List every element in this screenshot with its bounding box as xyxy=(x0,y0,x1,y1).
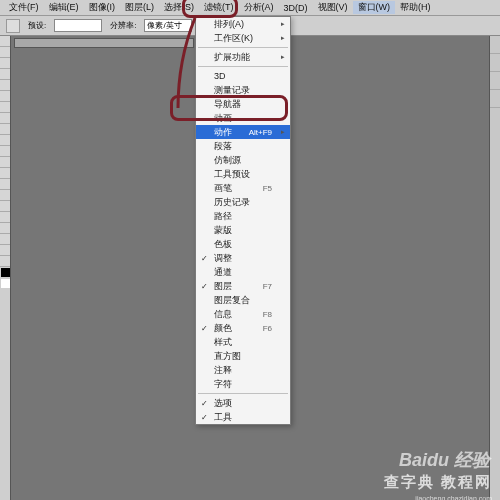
window-menu-dropdown: 排列(A) 工作区(K) 扩展功能 3D 测量记录 导航器 动画 动作Alt+F… xyxy=(195,16,291,425)
menu-item-paragraph[interactable]: 段落 xyxy=(196,139,290,153)
panel-strip xyxy=(489,36,500,500)
tool-marquee[interactable] xyxy=(0,47,10,58)
menu-item-animation[interactable]: 动画 xyxy=(196,111,290,125)
menu-item-options[interactable]: 选项 xyxy=(196,396,290,410)
tool-stamp[interactable] xyxy=(0,124,10,135)
menubar: 文件(F) 编辑(E) 图像(I) 图层(L) 选择(S) 滤镜(T) 分析(A… xyxy=(0,0,500,16)
tool-hand[interactable] xyxy=(0,245,10,256)
menu-file[interactable]: 文件(F) xyxy=(4,1,44,14)
tool-shape[interactable] xyxy=(0,223,10,234)
tool-type[interactable] xyxy=(0,201,10,212)
menu-item-tools[interactable]: 工具 xyxy=(196,410,290,424)
tool-eyedropper[interactable] xyxy=(0,91,10,102)
menu-edit[interactable]: 编辑(E) xyxy=(44,1,84,14)
separator xyxy=(198,66,288,67)
tool-move[interactable] xyxy=(0,36,10,47)
fg-color[interactable] xyxy=(1,268,10,277)
tool-3d[interactable] xyxy=(0,234,10,245)
menu-item-paths[interactable]: 路径 xyxy=(196,209,290,223)
menu-item-channels[interactable]: 通道 xyxy=(196,265,290,279)
menu-item-brushes[interactable]: 画笔F5 xyxy=(196,181,290,195)
menu-layer[interactable]: 图层(L) xyxy=(120,1,159,14)
separator xyxy=(198,393,288,394)
menu-analysis[interactable]: 分析(A) xyxy=(239,1,279,14)
menu-help[interactable]: 帮助(H) xyxy=(395,1,436,14)
tool-history[interactable] xyxy=(0,135,10,146)
menu-3d[interactable]: 3D(D) xyxy=(279,3,313,13)
menu-image[interactable]: 图像(I) xyxy=(84,1,121,14)
tool-wand[interactable] xyxy=(0,69,10,80)
watermark-brand: Baidu 经验 xyxy=(399,448,490,472)
menu-item-measurement[interactable]: 测量记录 xyxy=(196,83,290,97)
menu-item-adjustments[interactable]: 调整 xyxy=(196,251,290,265)
tool-gradient[interactable] xyxy=(0,157,10,168)
panel-icon[interactable] xyxy=(490,36,500,54)
tool-eraser[interactable] xyxy=(0,146,10,157)
menu-item-masks[interactable]: 蒙版 xyxy=(196,223,290,237)
shortcut-text: F7 xyxy=(263,282,272,291)
tool-lasso[interactable] xyxy=(0,58,10,69)
shortcut-text: Alt+F9 xyxy=(249,128,272,137)
tool-blur[interactable] xyxy=(0,168,10,179)
preset-field[interactable] xyxy=(54,19,102,32)
menu-view[interactable]: 视图(V) xyxy=(313,1,353,14)
menu-select[interactable]: 选择(S) xyxy=(159,1,199,14)
tool-dodge[interactable] xyxy=(0,179,10,190)
shortcut-text: F5 xyxy=(263,184,272,193)
menu-item-actions[interactable]: 动作Alt+F9 xyxy=(196,125,290,139)
menu-window[interactable]: 窗口(W) xyxy=(353,1,396,14)
menu-filter[interactable]: 滤镜(T) xyxy=(199,1,239,14)
bg-color[interactable] xyxy=(1,279,10,288)
menu-item-swatches[interactable]: 色板 xyxy=(196,237,290,251)
tool-heal[interactable] xyxy=(0,102,10,113)
tool-pen[interactable] xyxy=(0,190,10,201)
menu-item-layers[interactable]: 图层F7 xyxy=(196,279,290,293)
document-tab[interactable] xyxy=(14,38,194,48)
menu-item-layercomps[interactable]: 图层复合 xyxy=(196,293,290,307)
watermark-url: jiaocheng.chazidian.com xyxy=(415,495,492,500)
resolution-field[interactable]: 像素/英寸 xyxy=(144,19,192,32)
separator xyxy=(198,47,288,48)
tool-brush[interactable] xyxy=(0,113,10,124)
menu-item-extensions[interactable]: 扩展功能 xyxy=(196,50,290,64)
shortcut-text: F6 xyxy=(263,324,272,333)
menu-item-3d[interactable]: 3D xyxy=(196,69,290,83)
panel-icon[interactable] xyxy=(490,90,500,108)
menu-item-character[interactable]: 字符 xyxy=(196,377,290,391)
tool-crop[interactable] xyxy=(0,80,10,91)
menu-item-navigator[interactable]: 导航器 xyxy=(196,97,290,111)
toolbox xyxy=(0,36,11,500)
panel-icon[interactable] xyxy=(490,72,500,90)
menu-item-toolpresets[interactable]: 工具预设 xyxy=(196,167,290,181)
tool-icon[interactable] xyxy=(6,19,20,33)
menu-item-clonesource[interactable]: 仿制源 xyxy=(196,153,290,167)
panel-icon[interactable] xyxy=(490,54,500,72)
tool-zoom[interactable] xyxy=(0,256,10,267)
menu-item-info[interactable]: 信息F8 xyxy=(196,307,290,321)
menu-item-notes[interactable]: 注释 xyxy=(196,363,290,377)
preset-label: 预设: xyxy=(28,20,46,31)
menu-item-styles[interactable]: 样式 xyxy=(196,335,290,349)
menu-item-histogram[interactable]: 直方图 xyxy=(196,349,290,363)
menu-item-arrange[interactable]: 排列(A) xyxy=(196,17,290,31)
tool-path[interactable] xyxy=(0,212,10,223)
resolution-label: 分辨率: xyxy=(110,20,136,31)
watermark-site: 查字典 教程网 xyxy=(384,473,492,492)
menu-item-history[interactable]: 历史记录 xyxy=(196,195,290,209)
shortcut-text: F8 xyxy=(263,310,272,319)
menu-item-workspace[interactable]: 工作区(K) xyxy=(196,31,290,45)
menu-item-color[interactable]: 颜色F6 xyxy=(196,321,290,335)
